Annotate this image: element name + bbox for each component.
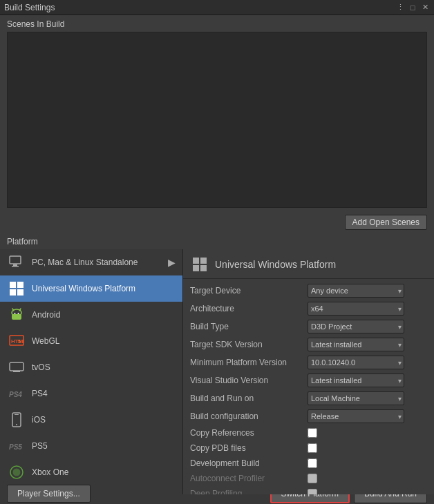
platform-item-tvos[interactable]: tvOS	[0, 354, 182, 380]
ios-icon	[7, 410, 26, 429]
svg-rect-21	[15, 414, 19, 415]
svg-rect-25	[200, 258, 207, 264]
dev-build-value[interactable]	[308, 458, 427, 468]
tvos-name: tvOS	[32, 362, 50, 372]
setting-row-target-sdk: Target SDK Version Latest installed	[183, 336, 434, 353]
build-config-value[interactable]: Release	[308, 409, 427, 423]
uwp-header-icon	[190, 255, 209, 274]
setting-row-deep-profiling: Deep Profiling	[183, 486, 434, 494]
platform-item-ios[interactable]: iOS	[0, 407, 182, 433]
svg-rect-2	[12, 266, 19, 267]
min-platform-value[interactable]: 10.0.10240.0	[308, 356, 427, 369]
android-name: Android	[32, 310, 60, 320]
right-header: Universal Windows Platform	[183, 249, 434, 279]
setting-row-target-device: Target Device Any device	[183, 282, 434, 300]
webgl-icon: HTML 5	[7, 331, 26, 351]
svg-text:PS5: PS5	[9, 443, 22, 451]
build-type-label: Build Type	[190, 322, 308, 331]
svg-rect-5	[10, 289, 16, 295]
copy-refs-value[interactable]	[308, 428, 427, 438]
svg-rect-26	[193, 265, 199, 271]
build-type-dropdown[interactable]: D3D Project	[308, 320, 404, 333]
dev-build-checkbox[interactable]	[308, 458, 317, 468]
window-controls[interactable]: ⋮ □ ✕	[395, 3, 430, 12]
setting-row-dev-build: Development Build	[183, 456, 434, 471]
platform-section: PC, Mac & Linux Standalone ▶ Universal W…	[0, 249, 434, 494]
svg-rect-24	[193, 258, 199, 264]
target-device-label: Target Device	[190, 286, 308, 295]
setting-row-build-config: Build configuration Release	[183, 407, 434, 425]
uwp-name: Universal Windows Platform	[32, 284, 135, 293]
menu-button[interactable]: ⋮	[395, 3, 405, 12]
platform-item-pc[interactable]: PC, Mac & Linux Standalone ▶	[0, 249, 182, 275]
close-button[interactable]: ✕	[420, 3, 430, 12]
add-open-scenes-button[interactable]: Add Open Scenes	[345, 215, 427, 230]
svg-rect-27	[200, 265, 207, 271]
copy-pdb-value[interactable]	[308, 443, 427, 453]
platform-item-ps4[interactable]: PS4 PS4	[0, 380, 182, 407]
architecture-label: Architecture	[190, 304, 308, 313]
platform-list: PC, Mac & Linux Standalone ▶ Universal W…	[0, 249, 183, 494]
platform-item-android[interactable]: Android	[0, 302, 182, 328]
settings-scroll[interactable]: Target Device Any device Architecture	[183, 279, 434, 494]
architecture-value[interactable]: x64	[308, 302, 427, 316]
svg-point-12	[18, 313, 19, 314]
svg-rect-16	[10, 362, 23, 371]
target-device-dropdown[interactable]: Any device	[308, 284, 404, 298]
copy-pdb-label: Copy PDB files	[190, 443, 308, 453]
build-run-on-value[interactable]: Local Machine	[308, 391, 427, 405]
build-config-dropdown[interactable]: Release	[308, 409, 404, 423]
platform-item-ps5[interactable]: PS5 PS5	[0, 433, 182, 459]
build-run-on-label: Build and Run on	[190, 394, 308, 403]
maximize-button[interactable]: □	[408, 3, 417, 12]
vs-version-dropdown[interactable]: Latest installed	[308, 374, 404, 387]
target-device-value[interactable]: Any device	[308, 284, 427, 298]
title-bar: Build Settings ⋮ □ ✕	[0, 0, 434, 15]
xboxone-name: Xbox One	[32, 467, 68, 477]
xboxone-icon	[7, 463, 26, 482]
target-sdk-dropdown[interactable]: Latest installed	[308, 338, 404, 351]
copy-pdb-checkbox[interactable]	[308, 443, 317, 453]
webgl-name: WebGL	[32, 336, 59, 346]
svg-rect-8	[12, 314, 21, 320]
svg-rect-0	[10, 256, 21, 264]
pc-arrow-icon: ▶	[168, 257, 176, 268]
ps5-name: PS5	[32, 441, 48, 451]
right-panel: Universal Windows Platform Target Device…	[183, 249, 434, 494]
platform-item-uwp[interactable]: Universal Windows Platform	[0, 275, 182, 302]
autoconnect-checkbox[interactable]	[308, 474, 317, 483]
platform-item-webgl[interactable]: HTML 5 WebGL	[0, 328, 182, 354]
setting-row-vs-version: Visual Studio Version Latest installed	[183, 371, 434, 389]
copy-refs-checkbox[interactable]	[308, 428, 317, 438]
svg-rect-6	[17, 289, 23, 295]
architecture-dropdown[interactable]: x64	[308, 302, 404, 316]
build-run-on-dropdown[interactable]: Local Machine	[308, 391, 404, 405]
setting-row-autoconnect: Autoconnect Profiler	[183, 471, 434, 486]
add-scenes-row: Add Open Scenes	[0, 212, 434, 233]
pc-name: PC, Mac & Linux Standalone	[32, 258, 138, 267]
setting-row-copy-refs: Copy References	[183, 425, 434, 440]
autoconnect-value	[308, 474, 427, 483]
deep-profiling-checkbox[interactable]	[308, 489, 317, 494]
platform-item-xboxone[interactable]: Xbox One	[0, 459, 182, 485]
svg-rect-1	[13, 264, 17, 266]
target-sdk-label: Target SDK Version	[190, 340, 308, 349]
bottom-left: Player Settings...	[7, 485, 91, 503]
android-icon	[7, 305, 26, 324]
right-header-title: Universal Windows Platform	[215, 259, 336, 270]
min-platform-label: Minimum Platform Version	[190, 358, 308, 367]
setting-row-build-run-on: Build and Run on Local Machine	[183, 389, 434, 407]
player-settings-button[interactable]: Player Settings...	[7, 485, 91, 503]
svg-rect-17	[13, 371, 20, 372]
setting-row-build-type: Build Type D3D Project	[183, 318, 434, 336]
scenes-section: Scenes In Build	[0, 15, 434, 212]
min-platform-dropdown[interactable]: 10.0.10240.0	[308, 356, 404, 369]
window-title: Build Settings	[4, 3, 395, 12]
vs-version-value[interactable]: Latest installed	[308, 374, 427, 387]
target-sdk-value[interactable]: Latest installed	[308, 338, 427, 351]
vs-version-label: Visual Studio Version	[190, 376, 308, 385]
build-type-value[interactable]: D3D Project	[308, 320, 427, 333]
deep-profiling-value	[308, 489, 427, 494]
svg-rect-3	[10, 282, 16, 288]
ps5-icon: PS5	[7, 436, 26, 456]
